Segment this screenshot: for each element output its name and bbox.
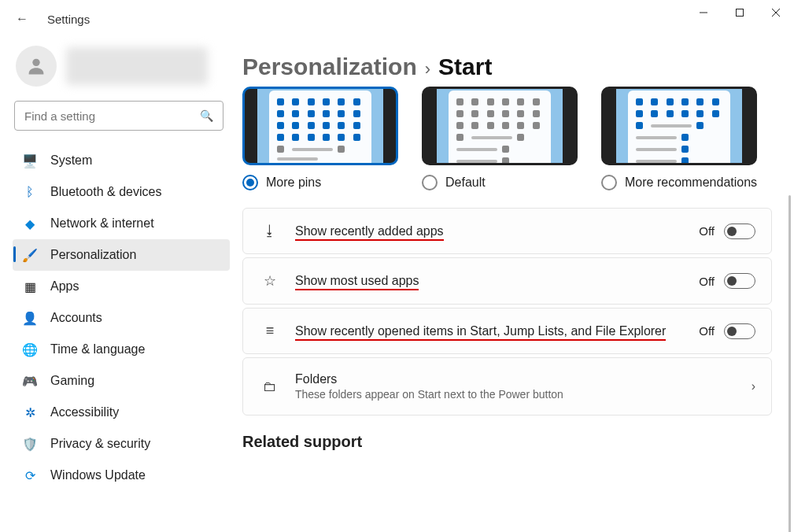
layout-thumb — [422, 87, 578, 165]
minimize-button[interactable] — [685, 0, 722, 25]
sidebar-item-bluetooth[interactable]: ᛒBluetooth & devices — [13, 176, 230, 208]
time-icon: 🌐 — [20, 342, 39, 357]
user-name-redacted — [66, 47, 208, 85]
sidebar-item-label: Gaming — [50, 374, 94, 388]
search-input[interactable] — [24, 109, 200, 123]
layout-thumb — [242, 87, 398, 165]
layout-option-label: More recommendations — [625, 175, 757, 190]
maximize-button[interactable] — [722, 0, 758, 25]
toggle-switch[interactable] — [724, 273, 755, 289]
gaming-icon: 🎮 — [20, 374, 39, 389]
sidebar-item-label: System — [50, 153, 92, 168]
back-button[interactable]: ← — [16, 12, 28, 26]
folder-icon: 🗀 — [259, 379, 281, 395]
radio-icon — [601, 175, 617, 190]
sidebar-item-label: Accessibility — [50, 405, 119, 419]
bluetooth-icon: ᛒ — [20, 185, 39, 199]
setting-recently-opened-items: ≡ Show recently opened items in Start, J… — [242, 308, 772, 354]
svg-rect-1 — [737, 9, 744, 17]
layout-option-label: Default — [445, 175, 486, 190]
wifi-icon: ◆ — [20, 216, 39, 231]
avatar — [16, 46, 57, 87]
sidebar-item-label: Bluetooth & devices — [50, 185, 161, 199]
accessibility-icon: ✲ — [20, 405, 39, 420]
breadcrumb-current: Start — [438, 54, 492, 80]
accounts-icon: 👤 — [20, 311, 39, 326]
sidebar-item-label: Apps — [50, 279, 79, 294]
breadcrumb-parent[interactable]: Personalization — [242, 54, 417, 80]
sidebar-item-accessibility[interactable]: ✲Accessibility — [13, 397, 230, 428]
toggle-state-label: Off — [699, 275, 715, 288]
sidebar-item-label: Network & internet — [50, 216, 154, 231]
search-box[interactable]: 🔍 — [14, 101, 223, 131]
layout-option-more-pins[interactable]: More pins — [242, 87, 398, 190]
radio-icon — [422, 175, 438, 190]
setting-title: Show recently added apps — [295, 224, 444, 241]
related-support-heading: Related support — [242, 433, 772, 451]
toggle-switch[interactable] — [724, 323, 755, 339]
sidebar: 🔍 🖥️System ᛒBluetooth & devices ◆Network… — [0, 38, 236, 532]
brush-icon: 🖌️ — [20, 248, 39, 263]
update-icon: ⟳ — [20, 468, 39, 483]
sidebar-item-label: Personalization — [50, 248, 136, 262]
download-icon: ⭳ — [259, 223, 281, 239]
sidebar-item-accounts[interactable]: 👤Accounts — [13, 302, 230, 334]
main-content: Personalization › Start More pins — [236, 38, 794, 532]
layout-option-more-recommendations[interactable]: More recommendations — [601, 87, 757, 190]
app-title: Settings — [47, 13, 90, 26]
layout-option-default[interactable]: Default — [422, 87, 578, 190]
chevron-right-icon: › — [752, 379, 755, 393]
setting-title: Show recently opened items in Start, Jum… — [295, 324, 666, 338]
sidebar-item-label: Time & language — [50, 342, 145, 357]
layout-thumb — [601, 87, 757, 165]
sidebar-item-label: Accounts — [50, 311, 102, 325]
sidebar-item-personalization[interactable]: 🖌️Personalization — [13, 239, 230, 271]
start-layout-options: More pins Default — [242, 87, 772, 190]
shield-icon: 🛡️ — [20, 437, 39, 452]
radio-icon — [242, 175, 258, 190]
setting-most-used-apps: ☆ Show most used apps Off — [242, 257, 772, 305]
setting-recently-added-apps: ⭳ Show recently added apps Off — [242, 208, 772, 254]
list-icon: ≡ — [259, 323, 281, 339]
sidebar-item-privacy[interactable]: 🛡️Privacy & security — [13, 428, 230, 460]
layout-option-label: More pins — [266, 175, 321, 190]
search-icon: 🔍 — [200, 109, 213, 122]
sidebar-item-gaming[interactable]: 🎮Gaming — [13, 365, 230, 397]
setting-title: Show most used apps — [295, 274, 419, 290]
apps-icon: ▦ — [20, 279, 39, 294]
system-icon: 🖥️ — [20, 153, 39, 168]
sidebar-item-update[interactable]: ⟳Windows Update — [13, 460, 230, 491]
user-account-row[interactable] — [13, 46, 236, 87]
setting-folders[interactable]: 🗀 Folders These folders appear on Start … — [242, 357, 772, 416]
setting-subtitle: These folders appear on Start next to th… — [295, 388, 742, 401]
sidebar-item-network[interactable]: ◆Network & internet — [13, 208, 230, 239]
sidebar-item-apps[interactable]: ▦Apps — [13, 271, 230, 302]
sidebar-item-label: Privacy & security — [50, 437, 150, 451]
sidebar-item-time[interactable]: 🌐Time & language — [13, 334, 230, 365]
star-icon: ☆ — [259, 272, 281, 290]
close-button[interactable] — [758, 0, 794, 25]
toggle-state-label: Off — [699, 324, 715, 338]
chevron-right-icon: › — [425, 59, 430, 79]
scrollbar[interactable] — [788, 195, 791, 532]
toggle-state-label: Off — [699, 224, 715, 238]
setting-title: Folders — [295, 372, 742, 386]
nav-list: 🖥️System ᛒBluetooth & devices ◆Network &… — [13, 145, 236, 491]
svg-point-4 — [32, 59, 39, 66]
toggle-switch[interactable] — [724, 224, 755, 239]
sidebar-item-system[interactable]: 🖥️System — [13, 145, 230, 176]
breadcrumb: Personalization › Start — [242, 54, 772, 80]
sidebar-item-label: Windows Update — [50, 468, 146, 482]
